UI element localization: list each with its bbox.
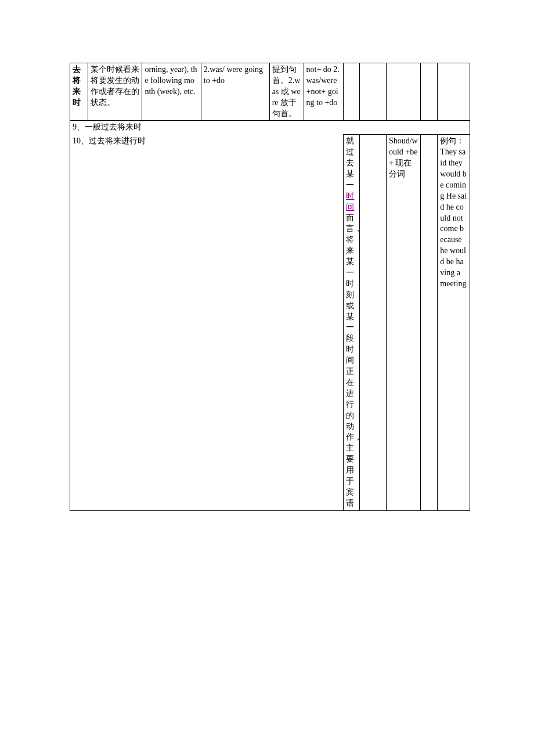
grammar-table: 去将来时 某个时候看来将要发生的动作或者存在的状态。 orning, year)… — [70, 63, 470, 511]
form: 2.was/ were going to +do — [201, 63, 269, 121]
section-header-9: 9、一般过去将来时 — [70, 121, 470, 135]
negative-form: not+ do 2.was/were +not+ going to +do — [304, 63, 344, 121]
example-10: 例句：They said they would be coming He sai… — [438, 135, 470, 510]
question-form: 提到句首。2.was 或 were 放于句首。 — [269, 63, 304, 121]
table-row: 10、过去将来进行时 就过去某一时间而言，将来某一时刻或某一段时间正在进行的动作… — [70, 135, 470, 510]
tense-meaning-10: 就过去某一时间而言，将来某一时刻或某一段时间正在进行的动作，主要用于宾语 — [344, 135, 360, 510]
form-10: Shoud/would +be+ 现在分词 — [386, 135, 420, 510]
cell-empty — [360, 135, 387, 510]
tense-meaning: 某个时候看来将要发生的动作或者存在的状态。 — [88, 63, 142, 121]
table-row: 去将来时 某个时候看来将要发生的动作或者存在的状态。 orning, year)… — [70, 63, 470, 121]
tense-name: 去将来时 — [70, 63, 88, 121]
cell-empty — [420, 63, 437, 121]
table-row: 9、一般过去将来时 — [70, 121, 470, 135]
section-header-10: 10、过去将来进行时 — [70, 135, 344, 510]
time-markers: orning, year), the following month (week… — [142, 63, 201, 121]
cell-empty — [386, 63, 420, 121]
cell-empty — [438, 63, 470, 121]
text-pre: 就过去某一 — [346, 136, 354, 189]
cell-empty — [420, 135, 437, 510]
cell-empty — [360, 63, 387, 121]
document-page: 去将来时 某个时候看来将要发生的动作或者存在的状态。 orning, year)… — [0, 63, 534, 511]
time-link[interactable]: 时间 — [346, 192, 354, 211]
cell-empty — [344, 63, 360, 121]
